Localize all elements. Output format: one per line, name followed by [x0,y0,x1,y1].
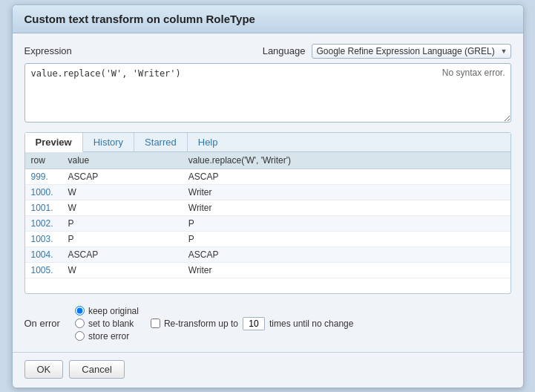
cell-result: ASCAP [183,169,511,184]
table-row: 1004.ASCAPASCAP [25,246,511,262]
language-select-wrapper[interactable]: Google Refine Expression Language (GREL)… [312,44,511,59]
col-header-row: row [25,152,62,169]
cell-result: Writer [183,200,511,215]
table-row: 1002.PP [25,215,511,231]
table-row: 1003.PP [25,231,511,246]
store-error-radio[interactable] [75,331,85,341]
cell-row-num: 999. [25,169,62,184]
cell-row-num: 1001. [25,200,62,215]
tab-history[interactable]: History [83,133,134,151]
table-row: 999.ASCAPASCAP [25,169,511,184]
custom-transform-dialog: Custom text transform on column RoleType… [12,4,524,388]
ok-button[interactable]: OK [24,360,64,379]
retransform-label: Re-transform up to [164,318,238,329]
tab-help[interactable]: Help [188,133,229,151]
retransform-checkbox[interactable] [151,318,160,328]
table-row: 1001.WWriter [25,200,511,215]
tab-preview[interactable]: Preview [25,133,83,152]
col-header-result: value.replace('W', 'Writer') [183,152,511,169]
store-error-label: store error [88,331,129,342]
table-row: 1005.WWriter [25,262,511,278]
cell-value: ASCAP [62,169,183,184]
syntax-status: No syntax error. [442,68,505,78]
cell-row-num: 1004. [25,246,62,262]
cell-result: ASCAP [183,246,511,262]
cell-row-num: 1005. [25,262,62,278]
tab-starred[interactable]: Starred [134,133,188,151]
keep-original-label: keep original [88,306,139,316]
cell-result: P [183,231,511,246]
preview-table-container: row value value.replace('W', 'Writer') 9… [25,152,511,293]
dialog-title: Custom text transform on column RoleType [13,5,523,33]
on-error-label: On error [24,318,60,329]
col-header-value: value [62,152,183,169]
expression-container: value.replace('W', 'Writer') No syntax e… [24,63,511,125]
tabs-section: Preview History Starred Help row value v… [24,132,511,294]
retransform-suffix: times until no change [269,318,353,329]
cell-value: W [62,262,183,278]
table-row: 1000.WWriter [25,184,511,200]
cancel-button[interactable]: Cancel [69,360,124,379]
cell-result: Writer [183,184,511,200]
expression-input[interactable]: value.replace('W', 'Writer') [24,63,511,122]
cell-value: W [62,200,183,215]
cell-value: ASCAP [62,246,183,262]
language-label: Language [263,45,306,56]
set-blank-option[interactable]: set to blank [75,318,139,329]
retransform-section: Re-transform up to times until no change [151,317,353,330]
cell-value: P [62,215,183,231]
store-error-option[interactable]: store error [75,331,139,342]
tabs-header: Preview History Starred Help [25,133,511,152]
preview-table: row value value.replace('W', 'Writer') 9… [25,152,511,278]
cell-value: P [62,231,183,246]
cell-row-num: 1003. [25,231,62,246]
cell-value: W [62,184,183,200]
cell-result: P [183,215,511,231]
retransform-input[interactable] [243,317,265,330]
cell-result: Writer [183,262,511,278]
radio-group: keep original set to blank store error [75,306,139,342]
keep-original-radio[interactable] [75,306,85,316]
retransform-checkbox-item[interactable]: Re-transform up to [151,318,238,329]
dialog-footer: OK Cancel [13,352,523,388]
expression-label: Expression [24,45,72,56]
on-error-section: On error keep original set to blank stor… [24,301,511,344]
set-blank-radio[interactable] [75,318,85,328]
cell-row-num: 1000. [25,184,62,200]
keep-original-option[interactable]: keep original [75,306,139,316]
set-blank-label: set to blank [88,318,134,329]
cell-row-num: 1002. [25,215,62,231]
language-select[interactable]: Google Refine Expression Language (GREL)… [312,44,511,59]
